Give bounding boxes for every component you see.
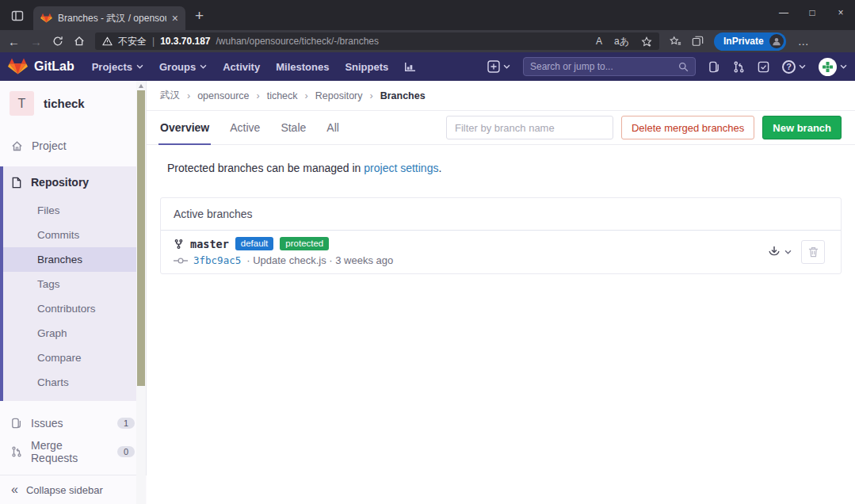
merge-requests-icon[interactable] — [733, 61, 745, 73]
tab-stale[interactable]: Stale — [281, 111, 306, 144]
tab-overview[interactable]: Overview — [160, 111, 209, 144]
sidebar-item-commits[interactable]: Commits — [3, 223, 146, 247]
nav-projects-label: Projects — [92, 61, 132, 73]
nav-milestones-label: Milestones — [276, 61, 329, 73]
branches-top-area: Overview Active Stale All Delete merged … — [147, 111, 855, 145]
browser-tab[interactable]: Branches - 武汉 / opensource / | × — [33, 6, 185, 30]
issues-icon — [11, 418, 22, 429]
gitlab-navbar: GitLab Projects Groups Activity Mileston… — [0, 52, 855, 81]
back-button[interactable]: ← — [8, 36, 20, 48]
nav-projects[interactable]: Projects — [84, 52, 151, 81]
issues-count-badge: 1 — [117, 418, 135, 429]
sidebar-item-files[interactable]: Files — [3, 198, 146, 223]
global-search[interactable] — [523, 57, 696, 76]
breadcrumb-group[interactable]: 武汉 — [160, 89, 180, 102]
download-dropdown[interactable] — [768, 246, 792, 258]
branch-title-line: master default protected — [174, 237, 393, 250]
maximize-button[interactable]: □ — [798, 7, 826, 18]
chevron-down-icon — [136, 64, 143, 69]
project-settings-link[interactable]: project settings — [364, 162, 438, 174]
notice-suffix: . — [438, 162, 441, 174]
breadcrumb-current: Branches — [380, 90, 426, 101]
help-icon: ? — [782, 60, 796, 74]
tab-actions-menu-button[interactable] — [8, 6, 27, 25]
protected-branches-notice: Protected branches can be managed in pro… — [147, 145, 855, 174]
address-bar[interactable]: 不安全 | 10.3.70.187 /wuhan/opensource/tich… — [95, 32, 659, 50]
collections-icon[interactable] — [692, 36, 704, 47]
project-name: ticheck — [44, 97, 85, 110]
nav-statistics[interactable] — [396, 52, 424, 81]
chevron-down-icon — [200, 64, 207, 69]
tab-active[interactable]: Active — [230, 111, 260, 144]
read-aloud-icon[interactable]: A — [596, 36, 602, 47]
delete-merged-branches-button[interactable]: Delete merged branches — [621, 116, 754, 139]
sidebar-item-compare[interactable]: Compare — [3, 346, 146, 370]
sidebar-item-tags[interactable]: Tags — [3, 272, 146, 296]
commit-sha-link[interactable]: 3fbc9ac5 — [193, 254, 241, 266]
branch-info: master default protected 3fbc9ac5 · Upda… — [174, 237, 393, 266]
minimize-button[interactable]: — — [769, 7, 798, 18]
breadcrumb-repository[interactable]: Repository — [315, 90, 363, 101]
refresh-button[interactable] — [52, 36, 63, 47]
scroll-up-arrow-icon[interactable] — [139, 84, 143, 88]
double-chevron-left-icon: « — [11, 483, 18, 497]
tab-all[interactable]: All — [326, 111, 339, 144]
gitlab-logo[interactable]: GitLab — [8, 57, 74, 76]
translate-icon[interactable]: aあ — [614, 35, 629, 48]
sidebar-item-graph-label: Graph — [37, 327, 67, 339]
nav-snippets-label: Snippets — [345, 61, 388, 73]
chevron-down-icon — [840, 64, 847, 69]
help-dropdown[interactable]: ? — [782, 60, 806, 74]
project-context[interactable]: T ticheck — [0, 81, 146, 125]
tanuki-icon — [8, 57, 28, 76]
add-favorite-icon[interactable] — [641, 36, 652, 47]
sidebar-item-issues[interactable]: Issues 1 — [0, 409, 146, 437]
favorites-bar-icon[interactable] — [670, 36, 681, 47]
address-path: /wuhan/opensource/ticheck/-/branches — [216, 36, 379, 47]
nav-groups[interactable]: Groups — [151, 52, 215, 81]
search-input[interactable] — [530, 61, 678, 72]
address-separator: | — [152, 36, 155, 47]
issues-icon[interactable] — [708, 61, 720, 73]
close-button[interactable]: × — [826, 7, 855, 18]
user-menu-dropdown[interactable] — [819, 58, 847, 76]
nav-snippets[interactable]: Snippets — [337, 52, 396, 81]
sidebar-item-files-label: Files — [37, 204, 60, 216]
panel-title: Active branches — [161, 198, 841, 231]
inprivate-badge[interactable]: InPrivate — [714, 32, 786, 51]
new-menu-dropdown[interactable] — [487, 60, 510, 73]
sidebar-item-repository[interactable]: Repository — [3, 166, 146, 198]
tab-close-button[interactable]: × — [172, 13, 178, 24]
collapse-sidebar-button[interactable]: « Collapse sidebar — [0, 475, 147, 504]
sidebar-item-branches-label: Branches — [37, 254, 82, 265]
browser-menu-button[interactable]: … — [798, 35, 809, 48]
breadcrumb-subgroup[interactable]: opensource — [197, 90, 249, 101]
sidebar-item-contributors[interactable]: Contributors — [3, 296, 146, 321]
home-button[interactable] — [74, 36, 85, 47]
nav-milestones[interactable]: Milestones — [268, 52, 337, 81]
breadcrumb-project[interactable]: ticheck — [267, 90, 298, 101]
new-tab-button[interactable]: + — [195, 8, 204, 23]
branch-name-link[interactable]: master — [190, 238, 229, 250]
sidebar-item-contributors-label: Contributors — [37, 303, 96, 315]
repository-icon — [11, 177, 22, 189]
default-badge: default — [235, 237, 274, 250]
browser-tab-strip: Branches - 武汉 / opensource / | × + — □ × — [0, 0, 855, 30]
sidebar-item-project[interactable]: Project — [0, 132, 146, 160]
sidebar-item-charts[interactable]: Charts — [3, 370, 146, 395]
scrollbar-thumb[interactable] — [137, 90, 145, 386]
nav-activity[interactable]: Activity — [215, 52, 268, 81]
branch-filter-input[interactable] — [446, 116, 613, 139]
collapse-sidebar-label: Collapse sidebar — [26, 484, 103, 496]
sidebar-item-tags-label: Tags — [37, 278, 60, 290]
window-controls: — □ × — [769, 0, 855, 25]
sidebar-item-merge-requests[interactable]: Merge Requests 0 — [0, 437, 146, 466]
todos-icon[interactable] — [758, 61, 769, 73]
new-branch-button[interactable]: New branch — [762, 116, 842, 139]
sidebar-item-graph[interactable]: Graph — [3, 321, 146, 346]
sidebar-scrollbar[interactable] — [136, 81, 146, 504]
delete-branch-button[interactable] — [801, 240, 825, 264]
forward-button[interactable]: → — [30, 36, 42, 48]
search-icon — [678, 62, 689, 72]
sidebar-item-branches[interactable]: Branches — [3, 247, 146, 272]
